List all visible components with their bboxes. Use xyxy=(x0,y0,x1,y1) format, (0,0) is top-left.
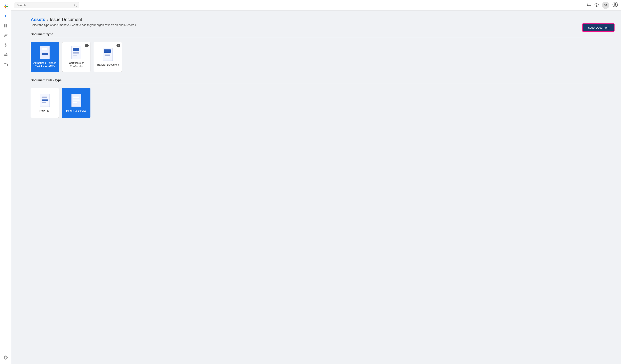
doc-type-card-grid: Authorized ReleaseCertificate (ARC) i Ce… xyxy=(31,42,613,72)
search-box[interactable] xyxy=(15,2,79,8)
doc-type-divider xyxy=(31,38,613,38)
svg-rect-14 xyxy=(40,46,50,59)
user-avatar-icon[interactable] xyxy=(613,2,618,8)
topnav: BA xyxy=(11,0,621,11)
svg-rect-1 xyxy=(4,24,5,26)
search-input[interactable] xyxy=(17,4,72,7)
sidebar-item-flights[interactable] xyxy=(2,32,10,40)
coc-info-badge[interactable]: i xyxy=(85,44,89,48)
coc-card-label: Certificate ofConformity xyxy=(69,61,84,68)
doc-subtype-divider xyxy=(31,84,613,84)
sidebar-item-folder[interactable] xyxy=(2,61,10,69)
doc-card-new-part[interactable]: New Part xyxy=(31,88,59,118)
svg-rect-16 xyxy=(42,50,47,50)
svg-rect-19 xyxy=(42,56,46,56)
sidebar-bottom xyxy=(2,353,10,362)
search-icon xyxy=(74,4,77,7)
svg-rect-39 xyxy=(73,99,80,101)
svg-rect-28 xyxy=(104,55,110,56)
transfer-info-badge[interactable]: i xyxy=(117,44,120,48)
return-to-service-doc-icon xyxy=(71,93,82,107)
arc-card-label: Authorized ReleaseCertificate (ARC) xyxy=(33,61,56,68)
svg-rect-18 xyxy=(42,53,48,55)
svg-rect-2 xyxy=(6,24,7,26)
user-initials-badge[interactable]: BA xyxy=(602,2,609,9)
svg-rect-23 xyxy=(73,53,79,54)
sidebar-item-settings[interactable] xyxy=(2,353,10,362)
notification-icon[interactable] xyxy=(587,2,591,8)
svg-rect-31 xyxy=(42,96,47,97)
svg-rect-38 xyxy=(73,97,79,98)
svg-line-9 xyxy=(76,6,77,6)
doc-card-transfer[interactable]: i Transfer Document xyxy=(94,42,122,72)
doc-card-coc[interactable]: i Certificate ofConformity xyxy=(62,42,90,72)
breadcrumb-separator: › xyxy=(47,17,48,22)
help-icon[interactable] xyxy=(594,2,599,8)
issue-document-button[interactable]: Issue Document xyxy=(582,23,615,32)
svg-line-6 xyxy=(4,44,5,45)
svg-rect-17 xyxy=(42,51,45,51)
doc-card-arc[interactable]: Authorized ReleaseCertificate (ARC) xyxy=(31,42,59,72)
svg-rect-4 xyxy=(6,26,7,27)
doc-type-section-title: Document Type xyxy=(31,32,613,36)
topnav-right: BA xyxy=(587,2,618,9)
sidebar-item-add[interactable]: + xyxy=(2,12,10,20)
arc-doc-icon xyxy=(39,46,51,59)
new-part-card-label: New Part xyxy=(39,109,50,113)
svg-rect-15 xyxy=(42,48,47,49)
svg-rect-27 xyxy=(104,54,110,54)
svg-rect-40 xyxy=(73,102,77,103)
svg-rect-34 xyxy=(42,102,46,103)
sidebar-item-dashboard[interactable] xyxy=(2,22,10,30)
svg-rect-35 xyxy=(42,104,47,104)
svg-rect-21 xyxy=(73,48,79,51)
svg-rect-33 xyxy=(42,99,48,101)
main-content: Assets › Issue Document Select the type … xyxy=(23,11,621,364)
svg-rect-26 xyxy=(104,50,111,53)
doc-card-return-to-service[interactable]: Return to Service xyxy=(62,88,90,118)
svg-point-5 xyxy=(5,45,6,46)
doc-subtype-section-title: Document Sub - Type xyxy=(31,78,613,82)
svg-point-11 xyxy=(596,5,597,6)
transfer-card-label: Transfer Document xyxy=(97,63,119,66)
svg-rect-32 xyxy=(42,97,47,98)
breadcrumb-current-page: Issue Document xyxy=(50,17,82,22)
breadcrumb-assets-link[interactable]: Assets xyxy=(31,17,45,22)
svg-point-7 xyxy=(5,357,6,358)
svg-point-13 xyxy=(614,3,616,5)
coc-doc-icon xyxy=(71,46,82,59)
sidebar: + xyxy=(0,0,11,364)
new-part-doc-icon xyxy=(39,93,51,107)
return-to-service-card-label: Return to Service xyxy=(66,109,86,113)
svg-rect-24 xyxy=(73,55,77,55)
svg-rect-37 xyxy=(73,96,79,97)
transfer-doc-icon xyxy=(102,48,113,61)
svg-rect-29 xyxy=(104,57,109,57)
svg-rect-22 xyxy=(73,52,79,53)
sidebar-logo[interactable] xyxy=(2,2,10,11)
breadcrumb: Assets › Issue Document xyxy=(31,17,613,22)
svg-rect-41 xyxy=(73,104,79,104)
page-subtitle: Select the type of document you want to … xyxy=(31,23,613,27)
svg-rect-3 xyxy=(4,26,5,27)
sidebar-item-tools[interactable] xyxy=(2,41,10,49)
sidebar-item-transfer[interactable] xyxy=(2,51,10,59)
doc-subtype-card-grid: New Part Return to Service xyxy=(31,88,613,118)
